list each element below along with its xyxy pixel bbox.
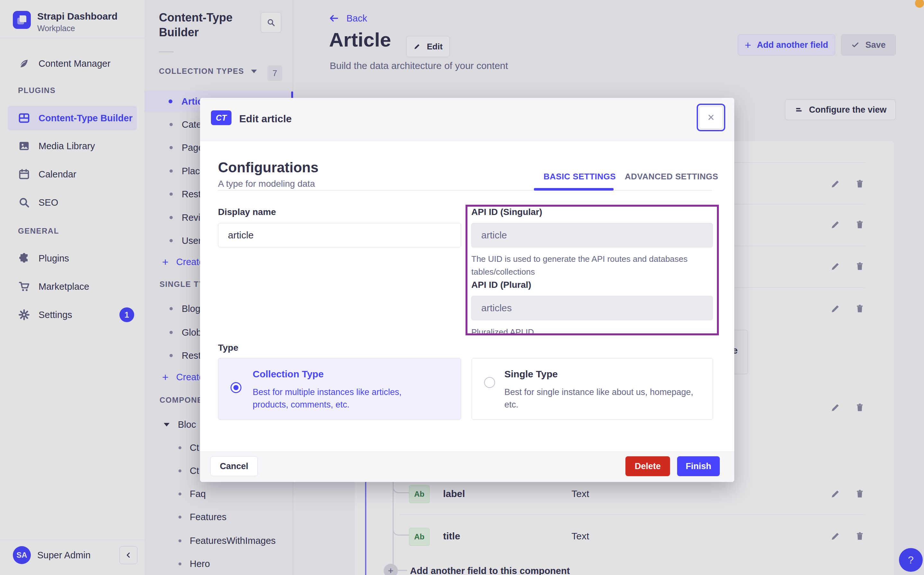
close-button-focus-ring: × [697,104,725,131]
cancel-button[interactable]: Cancel [210,456,258,476]
content-type-badge: CT [211,110,232,125]
api-id-plural-help: Pluralized API ID [471,326,534,338]
api-id-singular-help: The UID is used to generate the API rout… [471,253,709,278]
radio-unselected-icon [484,377,495,388]
edit-article-modal: CT Edit article × Configurations A type … [200,98,734,482]
delete-button[interactable]: Delete [625,456,670,476]
modal-heading: Configurations [218,159,318,176]
display-name-label: Display name [218,207,276,217]
single-type-description: Best for single instance like about us, … [504,386,703,411]
api-id-plural-input[interactable]: articles [471,296,713,320]
display-name-input[interactable]: article [218,223,461,248]
collection-type-description: Best for multiple instances like article… [253,386,439,411]
modal-title: Edit article [239,113,292,125]
single-type-title: Single Type [504,369,558,380]
modal-header: CT Edit article × [200,98,734,141]
collection-type-option[interactable]: Collection Type Best for multiple instan… [218,358,461,420]
tab-basic-settings[interactable]: BASIC SETTINGS [544,172,616,182]
api-id-plural-label: API ID (Plural) [471,280,531,290]
tab-advanced-settings[interactable]: ADVANCED SETTINGS [625,172,718,182]
type-label: Type [218,343,238,353]
single-type-option[interactable]: Single Type Best for single instance lik… [472,358,713,420]
close-button[interactable]: × [699,106,723,129]
modal-subheading: A type for modeling data [218,179,315,189]
close-icon: × [708,111,714,124]
api-id-singular-label: API ID (Singular) [471,207,542,217]
tabs-divider [218,190,712,191]
active-tab-indicator [534,188,614,191]
radio-selected-icon [231,382,242,393]
modal-footer: Cancel Delete Finish [200,451,734,482]
api-id-singular-input[interactable]: article [471,223,713,248]
collection-type-title: Collection Type [253,369,324,380]
finish-button[interactable]: Finish [677,456,720,476]
